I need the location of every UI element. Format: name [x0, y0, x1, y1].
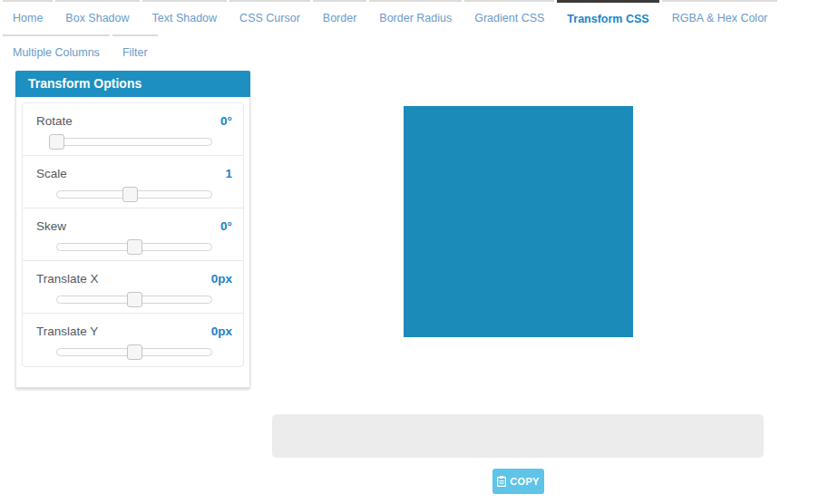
skew-value: 0°: [220, 219, 232, 233]
tab-label: Text Shadow: [152, 12, 218, 24]
tab-multiple-columns[interactable]: Multiple Columns: [3, 34, 110, 69]
tab-text-shadow[interactable]: Text Shadow: [142, 0, 228, 34]
skew-label: Skew: [36, 219, 66, 233]
translate-y-slider-handle[interactable]: [127, 344, 142, 360]
option-row-rotate: Rotate 0°: [23, 103, 243, 156]
panel-body: Rotate 0° Scale 1: [15, 97, 250, 388]
tab-label: Gradient CSS: [474, 12, 544, 24]
skew-slider[interactable]: [56, 239, 212, 255]
tab-filter[interactable]: Filter: [112, 34, 158, 69]
rotate-value: 0°: [220, 114, 232, 128]
translate-x-label: Translate X: [36, 272, 99, 286]
tab-bar: Home Box Shadow Text Shadow CSS Cursor B…: [0, 0, 819, 69]
tab-box-shadow[interactable]: Box Shadow: [55, 0, 139, 34]
copy-button-label: COPY: [510, 476, 539, 487]
scale-value: 1: [225, 167, 232, 180]
scale-slider[interactable]: [56, 187, 212, 202]
tab-border[interactable]: Border: [313, 0, 367, 34]
tab-gradient-css[interactable]: Gradient CSS: [464, 0, 554, 34]
option-row-scale: Scale 1: [23, 156, 243, 208]
tab-label: Filter: [122, 46, 148, 59]
panel-title: Transform Options: [15, 71, 250, 97]
skew-slider-handle[interactable]: [127, 239, 142, 255]
transform-options-panel: Transform Options Rotate 0° Scale 1: [15, 71, 250, 388]
tab-row-1: Home Box Shadow Text Shadow CSS Cursor B…: [3, 0, 819, 34]
translate-x-slider[interactable]: [56, 292, 212, 307]
tab-label: Border: [323, 12, 357, 24]
tab-rgba-hex-color[interactable]: RGBA & Hex Color: [662, 0, 778, 34]
tab-label: RGBA & Hex Color: [672, 12, 768, 24]
tab-label: Transform CSS: [567, 13, 648, 25]
translate-x-slider-handle[interactable]: [127, 292, 142, 307]
options-list: Rotate 0° Scale 1: [22, 102, 244, 367]
tab-label: CSS Cursor: [239, 12, 300, 24]
rotate-label: Rotate: [36, 114, 73, 128]
tab-border-radius[interactable]: Border Radius: [369, 0, 462, 34]
rotate-slider-handle[interactable]: [49, 134, 64, 150]
translate-y-value: 0px: [211, 325, 232, 338]
tab-label: Home: [13, 12, 43, 24]
tab-transform-css[interactable]: Transform CSS: [557, 0, 658, 34]
rotate-slider-track[interactable]: [56, 138, 212, 146]
tab-label: Box Shadow: [65, 12, 129, 24]
translate-y-label: Translate Y: [36, 325, 98, 338]
tab-row-2: Multiple Columns Filter: [3, 34, 819, 69]
scale-label: Scale: [36, 167, 67, 180]
transform-preview-square: [404, 106, 633, 337]
translate-y-slider[interactable]: [56, 344, 212, 360]
option-row-translate-y: Translate Y 0px: [23, 314, 243, 366]
translate-x-value: 0px: [211, 272, 232, 286]
option-row-translate-x: Translate X 0px: [23, 261, 243, 314]
css-output-textarea[interactable]: [272, 414, 764, 458]
option-row-skew: Skew 0°: [23, 208, 243, 261]
tab-css-cursor[interactable]: CSS Cursor: [229, 0, 310, 34]
tab-label: Border Radius: [379, 12, 452, 24]
tab-label: Multiple Columns: [13, 46, 100, 59]
rotate-slider[interactable]: [56, 134, 212, 150]
copy-button[interactable]: COPY: [492, 469, 544, 494]
tab-home[interactable]: Home: [3, 0, 53, 34]
scale-slider-handle[interactable]: [122, 187, 138, 202]
clipboard-icon: [497, 476, 506, 487]
